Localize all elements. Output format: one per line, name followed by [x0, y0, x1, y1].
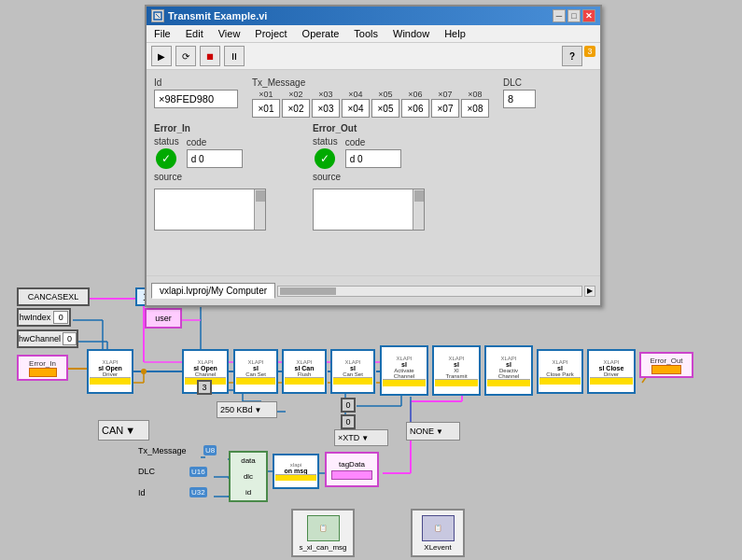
error-out-code-label: code	[345, 137, 401, 147]
hwindex-label: hwIndex	[20, 313, 51, 322]
xlapi-onmsg-block[interactable]: xlapi on msg	[273, 454, 319, 489]
num-0b-control[interactable]: 0	[341, 414, 356, 429]
xlevent-label: XLevent	[424, 543, 451, 552]
close-button[interactable]: ✕	[582, 9, 595, 22]
title-bar: Transmit Example.vi ─ □ ✕	[147, 7, 600, 25]
s-xl-can-msg-block[interactable]: 📋 s_xl_can_msg	[291, 509, 355, 557]
user-label: user	[155, 314, 172, 323]
error-in-code-input[interactable]	[187, 149, 243, 168]
maximize-button[interactable]: □	[567, 9, 581, 22]
error-out-source-area[interactable]	[313, 189, 425, 231]
xl-transmit-name: sl	[454, 361, 459, 368]
can-flush-block[interactable]: XLAPI sl Can Flush	[282, 349, 327, 394]
error-out-indicator: Error_Out	[639, 352, 693, 378]
deactivate-channel-name: sl	[506, 361, 511, 368]
cancasexl-control[interactable]: CANCASEXL	[17, 287, 90, 306]
xlevent-icon: 📋	[422, 515, 455, 541]
run-cont-button[interactable]: ⟳	[175, 46, 196, 66]
open-driver-name: sl Open	[98, 365, 122, 371]
run-button[interactable]: ▶	[151, 46, 172, 66]
scrollbar-handle[interactable]	[280, 287, 336, 295]
menu-view[interactable]: View	[216, 27, 244, 40]
u8-type-tag[interactable]: U8	[203, 445, 217, 455]
id-input[interactable]	[154, 90, 238, 108]
byte-7-input[interactable]	[431, 99, 459, 118]
open-driver-block[interactable]: XLAPI sl Open Driver	[87, 349, 133, 394]
dlc-field-label: DLC	[503, 77, 536, 88]
xlevent-block[interactable]: 📋 XLevent	[411, 509, 465, 557]
byte-4-input[interactable]	[342, 99, 370, 118]
error-in-control[interactable]: Error_In	[17, 355, 68, 381]
num-0a-control[interactable]: 0	[341, 398, 356, 413]
dlc-input[interactable]	[503, 90, 536, 108]
tagdata-block[interactable]: tagData	[325, 452, 379, 487]
menu-operate[interactable]: Operate	[300, 27, 343, 40]
user-control[interactable]: user	[145, 308, 182, 329]
can-set1-block[interactable]: XLAPI sl Can Set	[233, 349, 278, 394]
can-arrow: ▼	[125, 425, 135, 436]
byte-2-input[interactable]	[282, 99, 310, 118]
error-out-status-label: status	[313, 136, 338, 147]
error-out-code-input[interactable]	[345, 149, 401, 168]
hwindex-value[interactable]: 0	[53, 311, 68, 324]
id-group: Id	[154, 77, 238, 108]
can-label: CAN	[102, 425, 123, 436]
menu-help[interactable]: Help	[441, 27, 469, 40]
error-in-code-col: code	[187, 137, 243, 168]
stop-button[interactable]: ⏹	[200, 46, 220, 66]
baud-dropdown[interactable]: 250 KBd ▼	[217, 401, 277, 418]
close-park-block[interactable]: XLAPI sl Close Park	[537, 349, 583, 394]
help-button[interactable]: ?	[562, 46, 582, 66]
hwchannel-value[interactable]: 0	[63, 332, 77, 345]
hwchannel-label: hwChannel	[19, 334, 61, 343]
byte-5-input[interactable]	[371, 99, 399, 118]
dlc-label-text: DLC	[138, 465, 155, 476]
byte-8-input[interactable]	[461, 99, 489, 118]
byte-3-input[interactable]	[312, 99, 340, 118]
deactivate-channel-block[interactable]: XLAPI sl Deactiv Channel	[484, 345, 533, 396]
menu-file[interactable]: File	[151, 27, 174, 40]
u32-type-tag[interactable]: U32	[189, 487, 207, 497]
error-out-scrollbar[interactable]	[413, 189, 424, 230]
error-in-source-area[interactable]	[154, 189, 266, 231]
can-set2-block[interactable]: XLAPI sl Can Set	[330, 349, 375, 394]
menu-window[interactable]: Window	[390, 27, 432, 40]
open-driver-strip	[90, 377, 131, 385]
menu-project[interactable]: Project	[252, 27, 289, 40]
panel-bottom: vxlapi.lvproj/My Computer ▶	[147, 275, 600, 305]
tagdata-bar	[331, 470, 372, 480]
data-dlc-id-block[interactable]: data dlc id	[229, 451, 268, 502]
horizontal-scrollbar[interactable]	[277, 286, 582, 297]
none-dropdown[interactable]: NONE ▼	[406, 422, 460, 441]
id-field-label: Id	[154, 77, 238, 88]
hwindex-control[interactable]: hwIndex 0	[17, 308, 71, 327]
menu-edit[interactable]: Edit	[183, 27, 206, 40]
num-3-control[interactable]: 3	[197, 380, 212, 395]
error-in-status-col: status ✓	[154, 136, 179, 169]
close-park-name: sl	[557, 365, 563, 371]
id-label-text: Id	[138, 486, 146, 497]
xl-transmit-block[interactable]: XLAPI sl Xl Transmit	[432, 345, 481, 396]
path-tab[interactable]: vxlapi.lvproj/My Computer	[151, 283, 275, 299]
pause-button[interactable]: ⏸	[224, 46, 245, 66]
activate-channel-name: sl	[401, 361, 407, 368]
byte-6-input[interactable]	[401, 99, 429, 118]
xtd-dropdown[interactable]: ×XTD ▼	[334, 429, 388, 446]
none-label: NONE	[410, 427, 434, 436]
s-xl-can-msg-label: s_xl_can_msg	[299, 543, 346, 552]
activate-channel-block[interactable]: XLAPI sl Activate Channel	[380, 345, 428, 396]
error-in-scrollbar[interactable]	[254, 189, 265, 230]
byte-1-input[interactable]	[252, 99, 280, 118]
close-driver-block[interactable]: XLAPI sl Close Driver	[587, 349, 636, 394]
u16-type-tag[interactable]: U16	[189, 467, 207, 477]
minimize-button[interactable]: ─	[553, 9, 566, 22]
scroll-right-button[interactable]: ▶	[584, 286, 595, 297]
cancasexl-label: CANCASEXL	[28, 292, 79, 301]
can-set2-strip	[333, 377, 372, 385]
baud-label: 250 KBd	[220, 405, 253, 414]
can-dropdown[interactable]: CAN ▼	[98, 420, 149, 441]
menu-tools[interactable]: Tools	[351, 27, 381, 40]
none-arrow: ▼	[436, 427, 443, 436]
can-set1-name: sl	[253, 365, 259, 371]
hwchannel-control[interactable]: hwChannel 0	[17, 329, 78, 348]
